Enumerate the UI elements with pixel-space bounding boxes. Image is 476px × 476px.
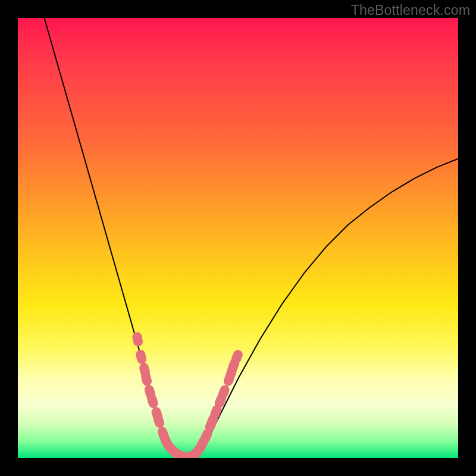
chart-svg (18, 18, 458, 458)
marker-point (135, 349, 148, 365)
marker-group (131, 331, 244, 458)
plot-area (18, 18, 458, 458)
bottleneck-curve (44, 18, 458, 457)
marker-point (131, 331, 143, 347)
attribution-text: TheBottleneck.com (351, 2, 470, 18)
